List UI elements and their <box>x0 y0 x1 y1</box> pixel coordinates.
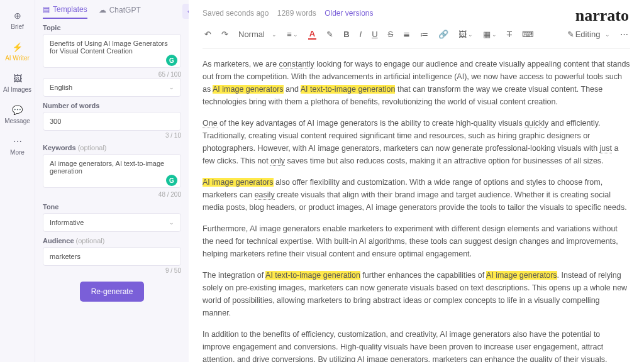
topic-label: Topic <box>43 24 181 31</box>
chatgpt-icon: ☁ <box>99 6 106 14</box>
paragraph-style-select[interactable]: Normal ⌄ <box>236 28 279 40</box>
language-select[interactable]: English⌄ <box>43 78 181 97</box>
rail-ai-images[interactable]: 🖼AI Images <box>0 69 35 97</box>
bolt-icon: ⚡ <box>12 41 23 53</box>
grammarly-icon[interactable]: G <box>166 175 177 186</box>
topic-input[interactable]: Benefits of Using AI Image Generators fo… <box>43 34 181 68</box>
image-icon: 🖼 <box>12 73 23 84</box>
older-versions-link[interactable]: Older versions <box>325 9 373 18</box>
document-body[interactable]: As marketers, we are constantly looking … <box>203 58 630 362</box>
paragraph: AI image generators also offer flexibili… <box>203 176 630 214</box>
keywords-label: Keywords (optional) <box>43 144 181 151</box>
templates-icon: ▤ <box>43 5 50 14</box>
rail-brief[interactable]: ⊕Brief <box>0 6 35 34</box>
editor-area: narrato Saved seconds ago 1289 words Old… <box>189 0 644 362</box>
audience-input[interactable] <box>43 247 181 266</box>
tone-label: Tone <box>43 203 181 211</box>
paragraph: One of the key advantages of AI image ge… <box>203 117 630 167</box>
link-button[interactable]: 🔗 <box>436 28 450 40</box>
chevron-down-icon: ⌄ <box>169 219 174 226</box>
bold-button[interactable]: B <box>341 28 351 40</box>
audience-count: 9 / 50 <box>43 267 181 274</box>
image-button[interactable]: 🖼⌄ <box>457 28 475 40</box>
words-label: Number of words <box>43 102 181 109</box>
status-bar: Saved seconds ago 1289 words Older versi… <box>203 9 630 18</box>
rail-ai-writer[interactable]: ⚡AI Writer <box>0 38 35 65</box>
bullet-list-button[interactable]: ≣ <box>401 28 412 40</box>
keywords-input[interactable]: AI image generators, AI text-to-image ge… <box>43 154 181 188</box>
chevron-down-icon: ⌄ <box>169 84 174 90</box>
topic-count: 65 / 100 <box>43 71 181 78</box>
words-count: 3 / 10 <box>43 132 181 139</box>
undo-button[interactable]: ↶ <box>203 28 213 40</box>
paragraph: Furthermore, AI image generators enable … <box>203 222 630 260</box>
italic-button[interactable]: I <box>358 28 364 40</box>
tone-select[interactable]: Informative⌄ <box>43 213 181 232</box>
strike-button[interactable]: S <box>386 28 396 40</box>
underline-button[interactable]: U <box>370 28 379 40</box>
collapse-panel-button[interactable]: ‹ <box>182 4 189 19</box>
paragraph: In addition to the benefits of efficienc… <box>203 328 630 362</box>
audience-label: Audience (optional) <box>43 237 181 244</box>
editing-mode-select[interactable]: ✎ Editing ⌄ <box>565 28 612 40</box>
redo-button[interactable]: ↷ <box>219 28 230 40</box>
keywords-count: 48 / 200 <box>43 191 181 198</box>
brand-logo: narrato <box>575 6 629 25</box>
align-button[interactable]: ≡⌄ <box>285 28 300 40</box>
side-panel: ‹ ▤Templates ☁ChatGPT Topic Benefits of … <box>35 0 189 362</box>
tab-templates[interactable]: ▤Templates <box>43 5 87 19</box>
editor-toolbar: ↶ ↷ Normal ⌄ ≡⌄ A ✎ B I U S ≣ ≔ 🔗 🖼⌄ ▦⌄ … <box>203 24 630 49</box>
highlight-button[interactable]: ✎ <box>325 28 335 40</box>
regenerate-button[interactable]: Re-generate <box>80 282 145 302</box>
chat-icon: 💬 <box>12 104 23 116</box>
rail-more[interactable]: ⋯More <box>0 132 35 160</box>
more-icon: ⋯ <box>12 136 23 147</box>
rail-message[interactable]: 💬Message <box>0 101 35 128</box>
tab-chatgpt[interactable]: ☁ChatGPT <box>99 5 141 19</box>
number-list-button[interactable]: ≔ <box>418 28 430 40</box>
text-color-button[interactable]: A <box>306 28 318 41</box>
paragraph: The integration of AI text-to-image gene… <box>203 269 630 319</box>
table-button[interactable]: ▦⌄ <box>481 28 499 40</box>
target-icon: ⊕ <box>12 10 23 21</box>
code-button[interactable]: ⌨ <box>520 28 536 40</box>
left-rail: ⊕Brief ⚡AI Writer 🖼AI Images 💬Message ⋯M… <box>0 0 35 362</box>
more-toolbar-button[interactable]: ⋯ <box>618 28 630 40</box>
words-input[interactable] <box>43 112 181 131</box>
paragraph: As marketers, we are constantly looking … <box>203 58 630 108</box>
clear-format-button[interactable]: T̶ <box>505 28 514 40</box>
grammarly-icon[interactable]: G <box>166 55 177 66</box>
